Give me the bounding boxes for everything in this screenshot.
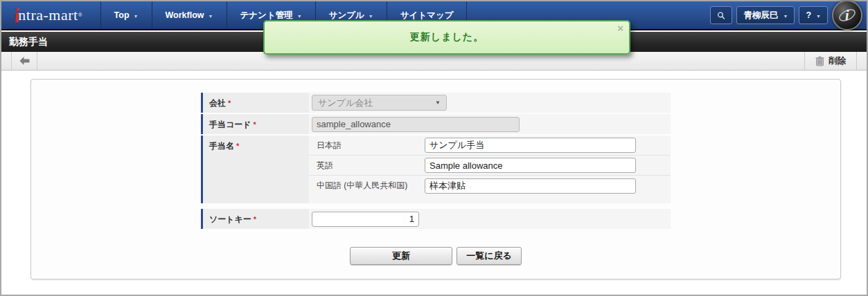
- form-actions: 更新 一覧に戻る: [31, 247, 840, 265]
- japanese-label: 日本語: [309, 140, 425, 151]
- code-value-cell: [309, 114, 671, 134]
- content-area: 会社* サンプル会社 ▼ 手当コード*: [1, 71, 867, 295]
- help-menu-button[interactable]: ? ▼: [799, 6, 828, 24]
- trash-icon: [815, 56, 824, 66]
- brand-registered-mark: ®: [78, 12, 82, 19]
- nav-item-workflow[interactable]: Workflow ▼: [152, 1, 227, 29]
- sortkey-label: ソートキー: [209, 214, 251, 224]
- search-button[interactable]: [710, 6, 732, 24]
- chevron-down-icon: ▼: [134, 14, 139, 19]
- chevron-down-icon: ▼: [783, 14, 788, 19]
- company-select: サンプル会社 ▼: [312, 95, 447, 111]
- code-label-cell: 手当コード*: [201, 114, 309, 134]
- back-to-list-button[interactable]: 一覧に戻る: [457, 247, 522, 265]
- name-subrow-chinese: 中国語 (中華人民共和国): [309, 176, 671, 196]
- required-mark: *: [236, 142, 239, 150]
- help-label: ?: [806, 10, 811, 20]
- name-label: 手当名: [209, 141, 234, 151]
- company-select-value: サンプル会社: [318, 97, 373, 109]
- user-name-label: 青柳辰巳: [743, 10, 778, 21]
- left-arrow-icon: [19, 56, 30, 66]
- delete-label: 削除: [829, 55, 846, 67]
- success-toast: 更新しました。 ×: [263, 20, 630, 55]
- code-label: 手当コード: [209, 120, 251, 129]
- nav-item-label: テナント管理: [240, 10, 293, 21]
- intra-mart-logo[interactable]: intra-mart®: [1, 1, 100, 29]
- chevron-down-icon: ▼: [209, 14, 213, 19]
- close-icon[interactable]: ×: [617, 23, 623, 33]
- name-chinese-field[interactable]: [425, 178, 636, 194]
- form-row-company: 会社* サンプル会社 ▼: [201, 93, 671, 113]
- name-english-field[interactable]: [425, 158, 636, 173]
- page-title: 勤務手当: [9, 36, 48, 48]
- intra-mart-emblem-icon[interactable]: i: [832, 0, 862, 30]
- user-menu-button[interactable]: 青柳辰巳 ▼: [736, 6, 795, 24]
- nav-item-label: Workflow: [166, 10, 204, 20]
- form-row-code: 手当コード*: [201, 114, 671, 134]
- chevron-down-icon: ▼: [816, 14, 821, 19]
- form-row-sortkey: ソートキー*: [201, 209, 671, 229]
- nav-item-label: サイトマップ: [400, 10, 454, 21]
- select-caret-icon: ▼: [435, 100, 441, 106]
- allowance-form: 会社* サンプル会社 ▼ 手当コード*: [201, 93, 671, 230]
- app-window: intra-mart® Top ▼ Workflow ▼ テナント管理 ▼ サン…: [0, 0, 868, 296]
- update-button[interactable]: 更新: [350, 247, 452, 265]
- nav-item-label: サンプル: [329, 10, 364, 21]
- required-mark: *: [254, 215, 256, 223]
- allowance-code-field: [312, 117, 520, 132]
- delete-button[interactable]: 削除: [804, 52, 857, 70]
- sortkey-label-cell: ソートキー*: [201, 209, 309, 229]
- name-label-cell: 手当名*: [201, 136, 309, 203]
- chevron-down-icon: ▼: [297, 14, 302, 19]
- name-subrow-japanese: 日本語: [309, 136, 671, 156]
- form-row-name: 手当名* 日本語 英語 中国語 (中華人民共和国): [201, 136, 671, 203]
- english-label: 英語: [309, 160, 425, 172]
- sort-key-field[interactable]: [312, 212, 419, 227]
- required-mark: *: [254, 120, 256, 129]
- nav-item-label: Top: [114, 10, 130, 20]
- company-label: 会社: [209, 98, 226, 108]
- nav-right-controls: 青柳辰巳 ▼ ? ▼ i: [710, 1, 867, 29]
- chevron-down-icon: ▼: [369, 14, 373, 19]
- brand-name: ntra-mart: [18, 6, 78, 24]
- form-panel: 会社* サンプル会社 ▼ 手当コード*: [30, 79, 841, 279]
- toolbar: 削除: [1, 52, 867, 71]
- company-value-cell: サンプル会社 ▼: [309, 93, 671, 113]
- toast-message: 更新しました。: [410, 31, 484, 44]
- required-mark: *: [228, 99, 231, 107]
- search-icon: [717, 10, 725, 21]
- name-subrow-english: 英語: [309, 156, 671, 176]
- sortkey-value-cell: [309, 209, 671, 229]
- nav-item-top[interactable]: Top ▼: [100, 1, 152, 29]
- company-label-cell: 会社*: [201, 93, 309, 113]
- chinese-label: 中国語 (中華人民共和国): [309, 180, 425, 192]
- back-button[interactable]: [11, 52, 37, 70]
- name-value-cell: 日本語 英語 中国語 (中華人民共和国): [309, 136, 671, 203]
- name-japanese-field[interactable]: [425, 138, 636, 153]
- svg-text:i: i: [845, 8, 849, 23]
